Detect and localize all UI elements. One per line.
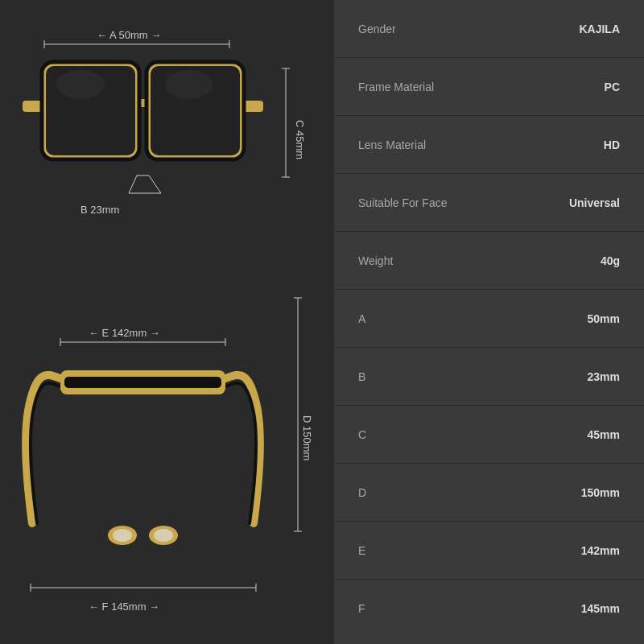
svg-line-20 bbox=[149, 175, 161, 193]
spec-value-5: 50mm bbox=[588, 312, 620, 325]
top-diagram-svg: ← A 50mm → C 45mm bbox=[0, 0, 334, 250]
spec-row-weight: Weight40g bbox=[334, 232, 644, 290]
svg-text:B  23mm: B 23mm bbox=[80, 204, 119, 216]
spec-value-1: PC bbox=[605, 80, 620, 93]
svg-rect-27 bbox=[64, 377, 221, 388]
spec-label-8: D bbox=[358, 486, 366, 499]
spec-value-2: HD bbox=[604, 138, 620, 151]
bottom-diagram-svg: D 150mm ← E 142mm → bbox=[0, 250, 334, 643]
spec-value-7: 45mm bbox=[588, 428, 620, 441]
spec-row-d: D150mm bbox=[334, 464, 644, 522]
spec-row-f: F145mm bbox=[334, 580, 644, 638]
svg-point-12 bbox=[165, 70, 213, 99]
spec-label-10: F bbox=[358, 602, 365, 615]
spec-label-2: Lens Material bbox=[358, 138, 426, 151]
spec-value-10: 145mm bbox=[581, 602, 620, 615]
spec-value-4: 40g bbox=[601, 254, 620, 267]
spec-row-gender: GenderKAJILA bbox=[334, 0, 644, 58]
top-diagram: ← A 50mm → C 45mm bbox=[0, 0, 334, 250]
svg-text:←  E  142mm  →: ← E 142mm → bbox=[89, 327, 160, 339]
spec-value-3: Universal bbox=[569, 196, 620, 209]
bottom-diagram: D 150mm ← E 142mm → bbox=[0, 250, 334, 644]
spec-value-8: 150mm bbox=[581, 486, 620, 499]
spec-label-3: Suitable For Face bbox=[358, 196, 448, 209]
svg-text:C  45mm: C 45mm bbox=[294, 120, 306, 159]
svg-text:←  F  145mm  →: ← F 145mm → bbox=[89, 601, 159, 613]
spec-row-a: A50mm bbox=[334, 290, 644, 348]
spec-row-suitable-for-face: Suitable For FaceUniversal bbox=[334, 174, 644, 232]
spec-label-6: B bbox=[358, 370, 365, 383]
spec-row-lens-material: Lens MaterialHD bbox=[334, 116, 644, 174]
spec-value-9: 142mm bbox=[581, 544, 620, 557]
svg-point-30 bbox=[113, 529, 132, 542]
svg-point-9 bbox=[56, 70, 105, 99]
svg-text:D  150mm: D 150mm bbox=[301, 415, 313, 460]
spec-label-4: Weight bbox=[358, 254, 393, 267]
spec-label-9: E bbox=[358, 544, 365, 557]
spec-label-0: Gender bbox=[358, 23, 396, 35]
spec-label-1: Frame Material bbox=[358, 80, 434, 93]
left-panel: ← A 50mm → C 45mm bbox=[0, 0, 334, 644]
spec-row-b: B23mm bbox=[334, 348, 644, 406]
svg-text:← A  50mm →: ← A 50mm → bbox=[97, 29, 161, 41]
spec-value-6: 23mm bbox=[588, 370, 620, 383]
right-panel: GenderKAJILAFrame MaterialPCLens Materia… bbox=[334, 0, 644, 644]
spec-label-7: C bbox=[358, 428, 366, 441]
svg-line-19 bbox=[129, 175, 137, 193]
spec-row-e: E142mm bbox=[334, 522, 644, 580]
svg-point-31 bbox=[154, 529, 173, 542]
spec-value-0: KAJILA bbox=[579, 23, 620, 35]
spec-row-c: C45mm bbox=[334, 406, 644, 464]
spec-row-frame-material: Frame MaterialPC bbox=[334, 58, 644, 116]
spec-label-5: A bbox=[358, 312, 365, 325]
